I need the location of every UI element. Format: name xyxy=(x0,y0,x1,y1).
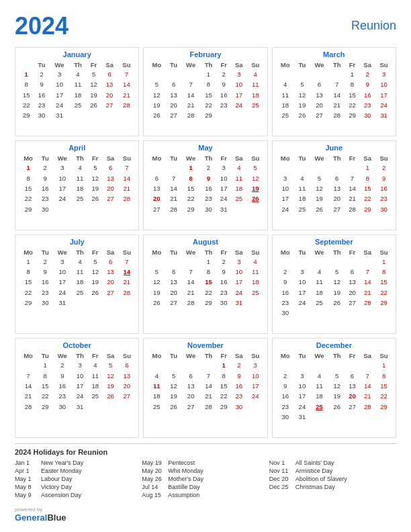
day-cell: 9 xyxy=(38,267,52,277)
day-header: We xyxy=(310,351,329,360)
day-cell: 29 xyxy=(375,402,392,412)
day-cell xyxy=(310,257,329,267)
day-header: Sa xyxy=(103,154,119,163)
day-cell xyxy=(295,257,310,267)
day-cell: 12 xyxy=(295,90,310,100)
month-block-march: MarchMoTuWeThFrSaSu123456789101112131415… xyxy=(272,47,396,136)
day-cell: 10 xyxy=(231,79,247,89)
day-header: Sa xyxy=(231,351,247,360)
month-name: September xyxy=(276,238,392,246)
day-cell: 9 xyxy=(276,381,295,391)
day-cell: 24 xyxy=(52,287,72,298)
day-cell: 5 xyxy=(310,173,329,183)
day-cell: 27 xyxy=(166,110,181,120)
day-header: Th xyxy=(72,351,88,360)
day-cell: 8 xyxy=(216,371,231,381)
month-name: January xyxy=(19,50,135,58)
holiday-item: Dec 20Abolition of Slavery xyxy=(269,476,396,482)
calendar-row: 22232425262728 xyxy=(19,193,135,204)
holiday-date: Apr 1 xyxy=(15,468,38,474)
calendar-row: 10111213141516 xyxy=(276,183,392,193)
calendar-row: 891011121314 xyxy=(19,173,135,183)
day-cell: 26 xyxy=(166,402,181,412)
day-cell: 30 xyxy=(38,204,52,214)
day-cell: 10 xyxy=(247,371,264,381)
day-cell: 6 xyxy=(101,69,118,79)
day-cell xyxy=(147,163,166,173)
day-cell: 12 xyxy=(329,277,345,287)
holiday-date: May 1 xyxy=(15,476,38,482)
holiday-date: Dec 20 xyxy=(269,476,293,482)
day-cell: 23 xyxy=(231,391,247,401)
month-name: May xyxy=(147,144,263,152)
day-cell: 22 xyxy=(216,391,231,401)
day-cell: 25 xyxy=(147,402,166,412)
country-title: Reunion xyxy=(351,12,396,33)
day-cell: 7 xyxy=(201,371,217,381)
day-cell: 1 xyxy=(19,257,38,267)
day-header: Th xyxy=(329,60,345,69)
calendar-row: 123456 xyxy=(19,360,135,370)
day-cell xyxy=(295,69,310,79)
day-cell: 29 xyxy=(201,110,217,120)
holiday-name: Victory Day xyxy=(41,484,72,490)
day-header: We xyxy=(52,154,72,163)
day-cell: 18 xyxy=(72,183,88,193)
day-cell xyxy=(88,402,103,412)
calendar-row: 20212223242526 xyxy=(147,193,263,204)
day-cell: 4 xyxy=(310,267,329,277)
day-cell: 6 xyxy=(103,163,119,173)
day-cell xyxy=(201,360,217,370)
day-cell: 19 xyxy=(147,287,166,298)
day-cell: 25 xyxy=(70,100,87,110)
calendar-table: MoTuWeThFrSaSu12345678910111213141516171… xyxy=(147,248,263,308)
day-cell: 8 xyxy=(181,173,201,183)
day-cell: 9 xyxy=(34,79,49,89)
day-header: Fr xyxy=(86,60,101,69)
holiday-date: May 19 xyxy=(142,459,165,466)
day-cell: 26 xyxy=(310,204,329,214)
day-cell: 29 xyxy=(19,204,38,214)
day-cell: 28 xyxy=(118,193,135,204)
day-header: We xyxy=(181,60,201,69)
day-header: Sa xyxy=(231,248,247,257)
calendar-table: MoTuWeThFrSaSu12345678910111213141516171… xyxy=(276,248,392,318)
day-cell: 31 xyxy=(52,298,72,308)
month-block-may: MayMoTuWeThFrSaSu12345678910111213141516… xyxy=(143,140,267,230)
day-cell: 31 xyxy=(231,298,247,308)
day-cell: 23 xyxy=(276,402,295,412)
holiday-date: Aug 15 xyxy=(142,492,165,498)
day-cell: 12 xyxy=(329,381,345,391)
day-header: Fr xyxy=(88,351,103,360)
holiday-name: Mother's Day xyxy=(168,476,203,482)
day-cell xyxy=(103,402,119,412)
day-cell: 11 xyxy=(295,183,310,193)
day-cell: 18 xyxy=(310,391,329,401)
day-cell: 25 xyxy=(247,287,264,298)
calendar-row: 11121314151617 xyxy=(276,90,392,100)
day-cell: 6 xyxy=(103,257,119,267)
day-cell: 23 xyxy=(38,287,52,298)
day-cell: 27 xyxy=(345,402,360,412)
day-cell xyxy=(276,257,295,267)
holiday-item: May 8Victory Day xyxy=(15,484,142,490)
calendar-row: 15161718192021 xyxy=(19,277,135,287)
day-cell xyxy=(181,257,201,267)
day-cell xyxy=(88,298,103,308)
day-cell: 25 xyxy=(88,391,103,401)
day-cell: 24 xyxy=(276,204,295,214)
day-cell: 13 xyxy=(103,267,119,277)
day-cell: 24 xyxy=(216,193,231,204)
day-cell: 23 xyxy=(216,100,231,110)
calendar-row: 22232425262728 xyxy=(19,287,135,298)
month-block-december: DecemberMoTuWeThFrSaSu123456789101112131… xyxy=(272,338,396,438)
day-cell: 27 xyxy=(181,402,201,412)
day-cell: 6 xyxy=(147,173,166,183)
day-cell: 2 xyxy=(216,69,231,79)
day-cell: 14 xyxy=(19,381,38,391)
day-cell: 20 xyxy=(103,277,119,287)
day-cell: 8 xyxy=(19,267,38,277)
day-cell: 18 xyxy=(247,277,264,287)
day-cell: 12 xyxy=(86,79,101,89)
calendar-row: 16171819202122 xyxy=(276,391,392,401)
